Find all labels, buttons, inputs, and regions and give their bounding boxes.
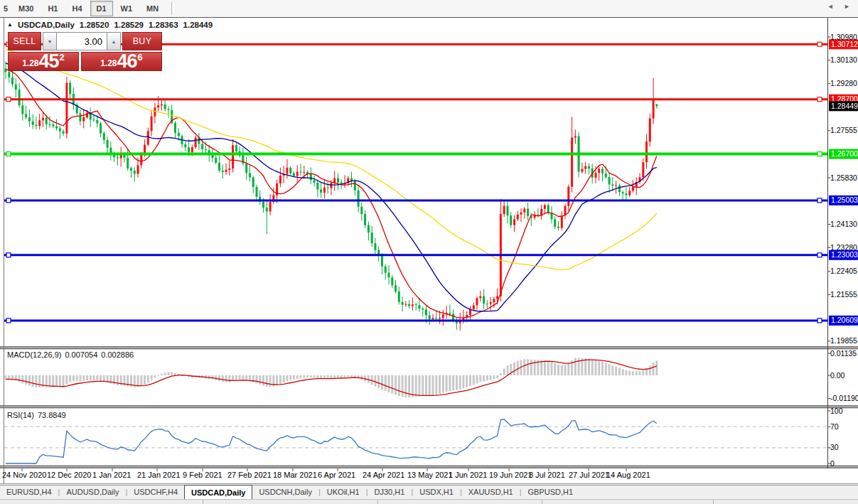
- svg-text:1.29280: 1.29280: [830, 79, 857, 87]
- sell-price-pip: 2: [60, 52, 65, 63]
- chart-symbol-label: USDCAD,Daily: [18, 21, 75, 29]
- tab-usdchf-h4[interactable]: USDCHF,H4: [127, 486, 184, 500]
- svg-text:1 Jan 2021: 1 Jan 2021: [92, 471, 131, 479]
- svg-text:27 Jul 2021: 27 Jul 2021: [569, 471, 609, 479]
- svg-text:1.30130: 1.30130: [830, 55, 857, 64]
- timeframe-button-W1[interactable]: W1: [114, 1, 139, 16]
- svg-text:12 Dec 2020: 12 Dec 2020: [47, 471, 91, 479]
- tab-usdx-h1[interactable]: USDX,H1: [413, 486, 460, 500]
- buy-button[interactable]: BUY: [122, 32, 162, 50]
- volume-stepper: ▼ 3.00 ▲: [43, 32, 121, 50]
- ohlc-open: 1.28520: [80, 21, 109, 29]
- svg-text:27 Feb 2021: 27 Feb 2021: [227, 471, 272, 479]
- svg-text:14 Aug 2021: 14 Aug 2021: [606, 471, 650, 479]
- timeframe-button-MN[interactable]: MN: [140, 1, 165, 16]
- tab-eurusd-h4[interactable]: EURUSD,H4: [0, 486, 58, 500]
- svg-text:18 Mar 2021: 18 Mar 2021: [273, 471, 317, 479]
- svg-text:9 Feb 2021: 9 Feb 2021: [183, 471, 222, 479]
- svg-text:1.30712: 1.30712: [831, 40, 858, 48]
- svg-text:1.24130: 1.24130: [830, 220, 857, 228]
- chart-header: ▲ USDCAD,Daily 1.28520 1.28529 1.28363 1…: [7, 21, 213, 29]
- buy-price-prefix: 1.28: [100, 58, 117, 70]
- svg-text:24 Nov 2020: 24 Nov 2020: [2, 471, 46, 479]
- svg-text:13 May 2021: 13 May 2021: [407, 471, 453, 479]
- svg-text:1.23280: 1.23280: [830, 243, 857, 252]
- status-segment: [542, 500, 714, 504]
- status-segment: [0, 500, 203, 504]
- chart-canvas[interactable]: 1.307121.287001.267001.250031.230031.206…: [0, 18, 858, 485]
- macd-label: MACD(12,26,9) 0.007054 0.002886: [7, 350, 134, 359]
- svg-text:1.21555: 1.21555: [830, 290, 857, 299]
- sell-price-prefix: 1.28: [22, 58, 38, 70]
- sell-price-display[interactable]: 1.28 45 2: [8, 52, 79, 71]
- svg-text:1.25830: 1.25830: [830, 173, 857, 182]
- svg-text:1.28449: 1.28449: [831, 102, 858, 110]
- svg-text:24 Apr 2021: 24 Apr 2021: [363, 471, 404, 479]
- status-bar: [0, 499, 858, 504]
- tab-scroll-arrows[interactable]: ◄ ►: [827, 3, 854, 10]
- svg-text:1.20609: 1.20609: [831, 316, 858, 324]
- volume-increase-icon[interactable]: ▲: [107, 32, 121, 50]
- svg-text:0.00: 0.00: [830, 371, 845, 380]
- svg-text:1.30980: 1.30980: [830, 33, 857, 41]
- macd-value: 0.007054: [65, 350, 97, 359]
- volume-input[interactable]: 3.00: [57, 32, 107, 50]
- svg-text:30: 30: [830, 443, 839, 451]
- volume-decrease-icon[interactable]: ▼: [43, 32, 57, 50]
- sell-button[interactable]: SELL: [8, 32, 41, 50]
- one-click-trade-panel: SELL ▼ 3.00 ▲ BUY 1.28 45 2 1.28 46 6: [8, 32, 162, 71]
- svg-text:21 Jan 2021: 21 Jan 2021: [137, 471, 181, 479]
- buy-price-main: 46: [117, 53, 137, 70]
- tab-ukoil-h1[interactable]: UKOil,H1: [321, 486, 366, 500]
- tab-usdcnh-daily[interactable]: USDCNH,Daily: [252, 486, 318, 500]
- svg-text:1.27555: 1.27555: [830, 126, 857, 134]
- tab-gbpusd-h1[interactable]: GBPUSD,H1: [522, 486, 580, 500]
- svg-text:0: 0: [830, 459, 835, 468]
- svg-text:70: 70: [830, 422, 839, 431]
- ohlc-close: 1.28449: [183, 21, 213, 29]
- svg-text:8 Jul 2021: 8 Jul 2021: [529, 471, 565, 479]
- buy-price-display[interactable]: 1.28 46 6: [81, 52, 162, 71]
- timeframe-button-M30[interactable]: M30: [12, 1, 40, 16]
- timeframe-button-H4[interactable]: H4: [65, 1, 88, 16]
- tab-xauusd-h1[interactable]: XAUUSD,H1: [462, 486, 520, 500]
- timeframe-toolbar: 5M30H1H4D1W1MN: [0, 0, 858, 18]
- date-axis[interactable]: 24 Nov 202012 Dec 20201 Jan 202121 Jan 2…: [2, 468, 650, 479]
- buy-price-pip: 6: [138, 52, 143, 63]
- chart-tab-bar: EURUSD,H4|AUDUSD,Daily|USDCHF,H4USDCAD,D…: [0, 485, 858, 500]
- collapse-icon[interactable]: ▲: [7, 21, 13, 28]
- tab-usdcad-daily[interactable]: USDCAD,Daily: [184, 485, 252, 500]
- ohlc-low: 1.28363: [149, 21, 178, 29]
- tab-dj30-h1[interactable]: DJ30,H1: [368, 486, 412, 500]
- timeframe-button-D1[interactable]: D1: [90, 1, 113, 16]
- svg-text:1 Jun 2021: 1 Jun 2021: [449, 471, 487, 479]
- sell-price-main: 45: [39, 53, 59, 70]
- svg-text:0.01135: 0.01135: [830, 349, 857, 358]
- svg-text:-0.01190: -0.01190: [830, 394, 858, 402]
- ohlc-high: 1.28529: [114, 21, 144, 29]
- svg-text:100: 100: [830, 407, 843, 415]
- rsi-label: RSI(14) 73.8849: [7, 411, 66, 419]
- macd-name: MACD(12,26,9): [7, 350, 61, 359]
- tab-audusd-daily[interactable]: AUDUSD,Daily: [60, 486, 125, 500]
- timeframe-button-H1[interactable]: H1: [41, 1, 64, 16]
- rsi-value: 73.8849: [38, 411, 66, 419]
- toolbar-separator: [171, 2, 174, 15]
- status-segment: [203, 500, 378, 504]
- rsi-name: RSI(14): [7, 411, 34, 419]
- svg-text:1.22405: 1.22405: [830, 267, 857, 275]
- status-segment: [378, 500, 542, 504]
- svg-text:6 Apr 2021: 6 Apr 2021: [318, 471, 355, 479]
- svg-text:1.26700: 1.26700: [831, 149, 858, 158]
- svg-text:1.25003: 1.25003: [831, 195, 858, 204]
- macd-signal-value: 0.002886: [101, 350, 134, 359]
- svg-text:1.19855: 1.19855: [830, 336, 857, 345]
- svg-text:19 Jun 2021: 19 Jun 2021: [489, 471, 532, 479]
- timeframe-button-5[interactable]: 5: [1, 1, 11, 16]
- svg-text:1.23003: 1.23003: [831, 250, 858, 259]
